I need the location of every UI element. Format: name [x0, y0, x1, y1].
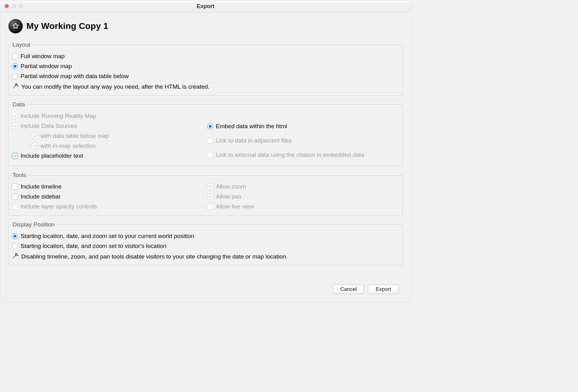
radio-partial-window-table[interactable] [12, 73, 18, 79]
layout-legend: Layout [11, 41, 31, 48]
check-allow-pan [207, 194, 213, 200]
check-include-opacity-label: Include layer opacity controls [21, 203, 97, 210]
position-group: Display Position Starting location, date… [8, 221, 403, 265]
data-legend: Data [11, 101, 26, 108]
check-allow-zoom [207, 184, 213, 190]
radio-full-window-label: Full window map [21, 53, 65, 60]
dialog-footer: Cancel Export [8, 271, 403, 298]
position-legend: Display Position [11, 221, 56, 228]
radio-partial-window[interactable] [12, 63, 18, 69]
check-with-in-map-selection-label: with in-map selection [40, 142, 96, 149]
layout-hint: You can modify the layout any way you ne… [21, 83, 210, 90]
radio-position-visitor[interactable] [12, 243, 18, 249]
check-include-data-sources-label: Include Data Sources [21, 123, 77, 129]
check-allow-zoom-label: Allow zoom [216, 183, 246, 190]
minimize-window-button[interactable] [12, 4, 16, 8]
tools-legend: Tools [11, 172, 27, 179]
check-allow-pan-label: Allow pan [216, 193, 241, 200]
check-include-rr-map [12, 113, 18, 119]
wand-icon [12, 82, 19, 91]
radio-embed-data-label: Embed data within the html [216, 123, 287, 130]
wand-icon [12, 252, 19, 261]
check-allow-live-label: Allow live view [216, 203, 254, 210]
radio-link-external-label: Link to external data using the citation… [216, 152, 364, 158]
check-include-timeline[interactable] [12, 184, 18, 190]
titlebar: Export [0, 0, 411, 13]
check-include-placeholder[interactable] [12, 153, 18, 159]
position-hint: Disabling timeline, zoom, and pan tools … [21, 253, 287, 260]
window-controls [5, 4, 23, 8]
data-group: Data Include Running Reality Map Include… [8, 101, 403, 166]
radio-link-adjacent-label: Link to data in adjascent files [216, 137, 292, 144]
check-allow-live [207, 203, 213, 210]
check-include-timeline-label: Include timeline [21, 183, 62, 190]
zoom-window-button[interactable] [19, 4, 23, 8]
radio-link-adjacent [207, 138, 213, 144]
dialog-content: My Working Copy 1 Layout Full window map… [0, 13, 411, 302]
dialog-heading: My Working Copy 1 [8, 19, 403, 33]
check-include-rr-map-label: Include Running Reality Map [21, 113, 96, 119]
cancel-button[interactable]: Cancel [333, 285, 364, 294]
copy-name: My Working Copy 1 [26, 21, 108, 31]
check-with-in-map-selection [32, 143, 38, 149]
check-include-sidebar[interactable] [12, 194, 18, 200]
radio-partial-window-label: Partial window map [21, 63, 72, 70]
close-window-button[interactable] [5, 4, 9, 8]
check-with-data-table-label: with data table below map [40, 133, 109, 139]
radio-partial-window-table-label: Partial window map with data table below [21, 73, 129, 80]
check-include-sidebar-label: Include sidebar [21, 193, 61, 200]
radio-position-visitor-label: Starting location, date, and zoom set to… [21, 243, 166, 250]
export-dialog: Export My Working Copy 1 Layout Full win… [0, 0, 411, 302]
radio-link-external [207, 152, 213, 158]
radio-full-window[interactable] [12, 53, 18, 59]
radio-embed-data[interactable] [207, 123, 213, 129]
tools-group: Tools Include timeline Include sidebar I… [8, 172, 403, 216]
radio-position-current[interactable] [12, 233, 18, 239]
layout-group: Layout Full window map Partial window ma… [8, 41, 403, 96]
check-include-data-sources [12, 123, 18, 129]
window-title: Export [197, 3, 214, 10]
check-include-opacity [12, 203, 18, 210]
export-button[interactable]: Export [368, 285, 399, 294]
check-with-data-table [32, 133, 38, 139]
star-icon [8, 19, 23, 33]
check-include-placeholder-label: Include placeholder text [21, 152, 83, 159]
radio-position-current-label: Starting location, date, and zoom set to… [21, 233, 194, 240]
